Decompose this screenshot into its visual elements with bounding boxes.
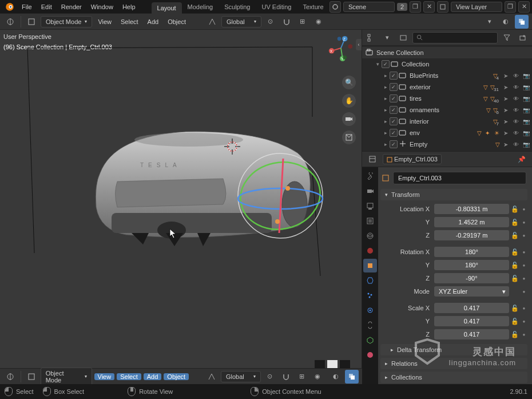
rotation-mode-dropdown[interactable]: XYZ Euler ▾ xyxy=(434,286,509,297)
menu-select[interactable]: Select xyxy=(117,373,141,380)
snap-icon[interactable] xyxy=(279,370,293,384)
tab-physics[interactable] xyxy=(363,303,377,317)
tree-row[interactable]: ▸ ✓ exterior ▽ ▽31 ➤ 👁 📷 xyxy=(362,81,532,93)
keyframe-dot[interactable]: ● xyxy=(521,289,527,294)
lock-icon[interactable]: 🔓 xyxy=(510,248,519,256)
tab-layout[interactable]: Layout xyxy=(152,2,182,14)
viewlayer-name-input[interactable]: View Layer xyxy=(451,2,502,12)
keyframe-dot[interactable]: ● xyxy=(521,233,527,238)
breadcrumb-item[interactable]: Empty_Ctrl.003 xyxy=(383,154,442,164)
checkbox[interactable]: ✓ xyxy=(390,83,398,91)
lock-icon[interactable]: 🔓 xyxy=(510,219,519,226)
scene-delete-icon[interactable]: ✕ xyxy=(423,1,435,13)
tab-modifiers[interactable] xyxy=(363,274,377,287)
cursor-icon[interactable]: ➤ xyxy=(501,82,510,92)
tab-modeling[interactable]: Modeling xyxy=(182,0,219,14)
snap-icon[interactable] xyxy=(280,15,293,29)
scene-copy-icon[interactable]: ❐ xyxy=(410,1,421,13)
prop-value-input[interactable]: 180° xyxy=(434,260,509,270)
snap-target-icon[interactable]: ⊞ xyxy=(296,15,309,29)
panel-transform-header[interactable]: ▾ Transform xyxy=(380,189,527,200)
keyframe-dot[interactable]: ● xyxy=(521,263,527,268)
menu-view[interactable]: View xyxy=(94,18,115,25)
perspective-toggle-icon[interactable] xyxy=(342,131,356,144)
keyframe-dot[interactable]: ● xyxy=(521,276,527,281)
eye-icon[interactable]: 👁 xyxy=(511,71,521,80)
lock-icon[interactable]: 🔓 xyxy=(510,262,519,269)
eye-icon[interactable]: 👁 xyxy=(511,94,521,103)
menu-window[interactable]: Window xyxy=(86,0,118,14)
lock-icon[interactable]: 🔓 xyxy=(510,331,519,338)
pivot-icon[interactable]: ⊙ xyxy=(263,370,277,384)
outliner-tree[interactable]: Scene Collection ▾ ✓ Collection ▸ ✓ Blue… xyxy=(362,46,532,151)
keyframe-dot[interactable]: ● xyxy=(521,319,527,324)
pin-icon[interactable]: 📌 xyxy=(515,152,529,166)
tree-row[interactable]: ▾ ✓ Collection xyxy=(362,58,532,70)
pivot-icon[interactable]: ⊙ xyxy=(264,15,277,29)
checkbox[interactable]: ✓ xyxy=(390,140,398,148)
disclosure-icon[interactable]: ▸ xyxy=(382,84,390,90)
mode-icon[interactable] xyxy=(25,370,38,384)
render-icon[interactable]: 📷 xyxy=(522,82,531,92)
eye-icon[interactable]: 👁 xyxy=(511,140,521,149)
tree-row[interactable]: ▸ ✓ env ▽ ✦ ☀ ➤ 👁 📷 xyxy=(362,127,532,139)
tab-uv[interactable]: UV Editing xyxy=(256,0,297,14)
tree-row[interactable]: ▸ ✓ tires ▽ ▽40 ➤ 👁 📷 xyxy=(362,93,532,104)
disclosure-icon[interactable]: ▸ xyxy=(382,118,390,124)
viewlayer-delete-icon[interactable]: ✕ xyxy=(518,1,530,13)
checkbox[interactable]: ✓ xyxy=(390,94,398,102)
eye-icon[interactable]: 👁 xyxy=(511,105,521,114)
checkbox[interactable]: ✓ xyxy=(390,117,398,125)
cursor-icon[interactable]: ➤ xyxy=(501,117,510,126)
keyframe-dot[interactable]: ● xyxy=(521,250,527,255)
disclosure-icon[interactable]: ▸ xyxy=(382,96,390,101)
menu-file[interactable]: File xyxy=(17,0,37,14)
tab-data[interactable] xyxy=(363,333,377,347)
outliner-type-icon[interactable] xyxy=(364,31,378,45)
tab-tool[interactable] xyxy=(363,169,377,183)
render-icon[interactable]: 📷 xyxy=(522,117,531,126)
disclosure-icon[interactable]: ▸ xyxy=(382,73,390,78)
render-icon[interactable]: 📷 xyxy=(522,128,531,137)
mode-dropdown[interactable]: Object Mode ▾ xyxy=(41,368,92,386)
render-icon[interactable]: 📷 xyxy=(522,105,531,114)
disclosure-icon[interactable]: ▸ xyxy=(382,141,390,147)
tab-object[interactable] xyxy=(363,259,377,272)
gizmo-visibility-icon[interactable]: ▾ xyxy=(483,15,497,29)
tab-sculpting[interactable]: Sculpting xyxy=(219,0,256,14)
xray-icon[interactable] xyxy=(515,15,529,29)
overlay-icon[interactable]: ◐ xyxy=(329,370,343,384)
panel-relations-header[interactable]: ▸ Relations xyxy=(380,358,527,369)
zoom-icon[interactable]: 🔍 xyxy=(342,76,356,89)
menu-edit[interactable]: Edit xyxy=(37,0,57,14)
checkbox[interactable]: ✓ xyxy=(382,60,390,68)
rotate-gizmo[interactable] xyxy=(235,150,326,242)
lock-icon[interactable]: 🔓 xyxy=(510,305,519,312)
disclosure-icon[interactable]: ▾ xyxy=(374,61,382,67)
panel-collections-header[interactable]: ▸ Collections xyxy=(380,372,527,383)
menu-view[interactable]: View xyxy=(94,373,115,380)
axis-nav-gizmo[interactable]: X Y Z xyxy=(327,34,355,62)
menu-add[interactable]: Add xyxy=(144,373,162,380)
render-icon[interactable]: 📷 xyxy=(522,94,531,103)
render-icon[interactable]: 📷 xyxy=(522,140,531,149)
orientation-icon[interactable] xyxy=(205,15,219,29)
render-icon[interactable]: 📷 xyxy=(522,71,531,80)
prop-value-input[interactable]: 0.417 xyxy=(434,316,509,326)
snap-target-icon[interactable]: ⊞ xyxy=(295,370,309,384)
panel-delta-header[interactable]: ▸ Delta Transform xyxy=(380,344,527,355)
tree-row[interactable]: ▸ ✓ Empty ▽ ➤ 👁 📷 xyxy=(362,139,532,150)
tab-render[interactable] xyxy=(363,184,377,198)
xray-icon[interactable] xyxy=(345,370,359,384)
viewlayer-copy-icon[interactable]: ❐ xyxy=(505,1,516,13)
cursor-icon[interactable]: ➤ xyxy=(501,140,510,149)
orientation-dropdown[interactable]: Global ▾ xyxy=(221,16,261,27)
eye-icon[interactable]: 👁 xyxy=(511,128,521,137)
tree-row[interactable]: ▸ ✓ interior ▽7 ➤ 👁 📷 xyxy=(362,116,532,127)
tab-scene[interactable] xyxy=(363,229,377,243)
proportional-icon[interactable]: ◉ xyxy=(312,15,325,29)
keyframe-dot[interactable]: ● xyxy=(521,220,527,225)
checkbox[interactable]: ✓ xyxy=(390,106,398,114)
prop-value-input[interactable]: -90° xyxy=(434,273,509,283)
overlay-icon[interactable]: ◐ xyxy=(499,15,513,29)
